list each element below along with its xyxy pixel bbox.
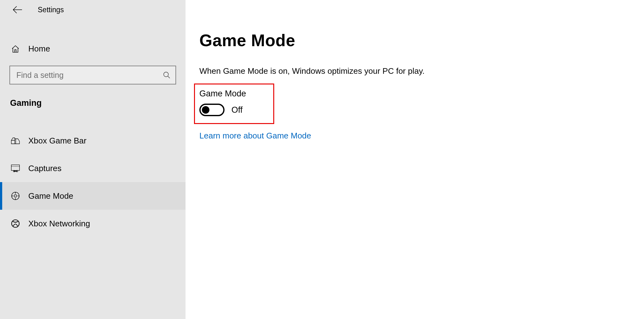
sidebar-header: Settings — [0, 0, 186, 19]
page-title: Game Mode — [199, 31, 644, 50]
home-icon — [11, 44, 20, 54]
page-description: When Game Mode is on, Windows optimizes … — [199, 66, 644, 76]
svg-point-1 — [164, 72, 169, 77]
sidebar-home[interactable]: Home — [0, 35, 186, 62]
svg-point-8 — [14, 195, 17, 197]
back-button[interactable] — [9, 2, 25, 18]
svg-point-13 — [12, 220, 19, 227]
toggle-label: Game Mode — [199, 89, 246, 99]
annotation-highlight-box: Game Mode Off — [194, 84, 274, 124]
sidebar-nav-list: Xbox Game Bar Captures — [0, 127, 186, 237]
toggle-knob — [202, 106, 209, 114]
sidebar-item-label: Xbox Networking — [28, 219, 90, 229]
sidebar-home-label: Home — [28, 44, 50, 54]
sidebar-item-game-mode[interactable]: Game Mode — [0, 182, 186, 210]
game-mode-toggle[interactable] — [199, 104, 225, 116]
captures-icon — [11, 164, 20, 173]
arrow-left-icon — [13, 6, 22, 14]
sidebar-item-label: Xbox Game Bar — [28, 136, 86, 146]
main-content: Game Mode When Game Mode is on, Windows … — [186, 0, 644, 319]
learn-more-link[interactable]: Learn more about Game Mode — [199, 131, 311, 141]
sidebar-item-label: Game Mode — [28, 191, 73, 201]
sidebar-section-header: Gaming — [10, 98, 186, 108]
sidebar-title: Settings — [38, 6, 64, 14]
sidebar: Settings Home Gaming — [0, 0, 186, 319]
sidebar-item-xbox-game-bar[interactable]: Xbox Game Bar — [0, 127, 186, 154]
xbox-game-bar-icon — [11, 136, 20, 145]
sidebar-item-label: Captures — [28, 164, 62, 173]
toggle-row: Off — [199, 104, 246, 116]
sidebar-item-captures[interactable]: Captures — [0, 154, 186, 182]
svg-rect-4 — [11, 165, 19, 170]
search-input[interactable] — [9, 66, 176, 84]
search-icon[interactable] — [163, 71, 170, 79]
svg-line-2 — [168, 76, 170, 78]
search-box — [9, 66, 176, 84]
game-mode-icon — [11, 191, 20, 201]
sidebar-item-xbox-networking[interactable]: Xbox Networking — [0, 210, 186, 237]
toggle-state: Off — [231, 105, 243, 115]
xbox-networking-icon — [11, 219, 20, 228]
